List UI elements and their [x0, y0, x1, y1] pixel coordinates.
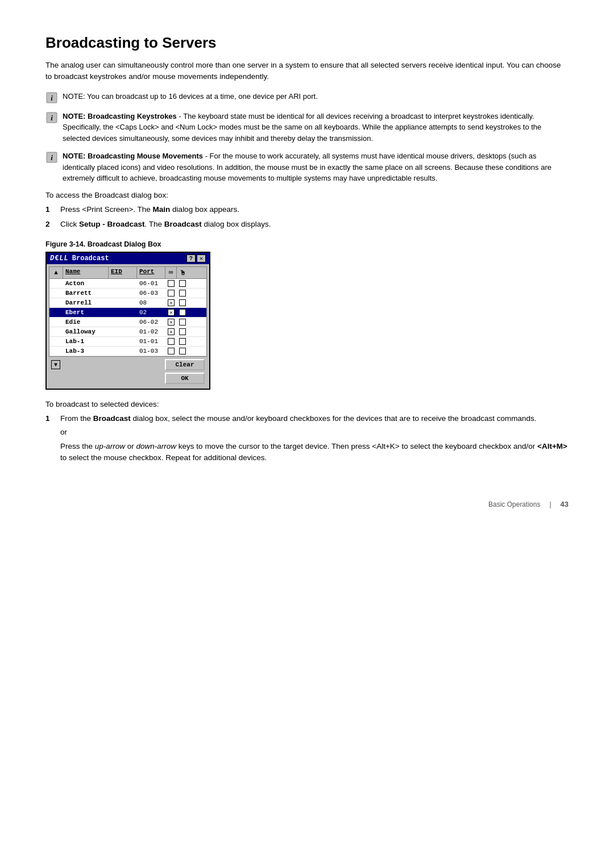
- row-kb-check[interactable]: [165, 318, 177, 327]
- footer-separator: |: [549, 500, 551, 508]
- dialog-bottom-row-clear: ▼ Clear: [51, 359, 205, 370]
- kb-checkbox[interactable]: [168, 338, 175, 345]
- steps-list: 1 Press <Print Screen>. The Main dialog …: [45, 204, 569, 231]
- row-port: 02: [137, 308, 165, 317]
- step-1-text: Press <Print Screen>. The Main dialog bo…: [60, 204, 239, 215]
- row-name: Ebert: [63, 308, 109, 317]
- dialog-help-button[interactable]: ?: [186, 254, 196, 262]
- clear-button[interactable]: Clear: [165, 359, 205, 370]
- table-row[interactable]: Acton 06-01: [49, 279, 206, 289]
- row-kb-check[interactable]: [165, 279, 177, 288]
- row-mouse-check[interactable]: [177, 289, 188, 298]
- row-port: 01-01: [137, 337, 165, 346]
- bottom-steps-list: 1 From the Broadcast dialog box, select …: [45, 413, 569, 466]
- col-port-header: Port: [137, 267, 165, 278]
- row-port: 08: [137, 298, 165, 307]
- table-row[interactable]: Galloway 01-02: [49, 327, 206, 337]
- note-block-1: i NOTE: You can broadcast up to 16 devic…: [45, 91, 569, 104]
- kb-checkbox[interactable]: [168, 328, 175, 335]
- svg-text:i: i: [51, 94, 53, 102]
- page-footer: Basic Operations | 43: [45, 500, 569, 508]
- mouse-checkbox[interactable]: [179, 290, 186, 297]
- kb-checkbox[interactable]: [168, 348, 175, 354]
- row-kb-check[interactable]: [165, 347, 177, 356]
- dialog-table: ▲ Name EID Port ⌨ 🖱 Acton 06-01: [49, 266, 207, 357]
- col-sort-header: ▲: [49, 267, 63, 278]
- row-sort: [49, 347, 63, 356]
- kb-checkbox[interactable]: [168, 319, 175, 326]
- row-mouse-check[interactable]: [177, 347, 188, 356]
- bottom-step-1-content: From the Broadcast dialog box, select th…: [60, 413, 569, 466]
- row-eid: [109, 308, 137, 317]
- row-kb-check[interactable]: [165, 308, 177, 317]
- row-name: Lab-1: [63, 337, 109, 346]
- mouse-checkbox[interactable]: [179, 299, 186, 306]
- dialog-titlebar-buttons: ? ✕: [186, 254, 206, 262]
- figure-caption: Figure 3-14. Broadcast Dialog Box: [45, 240, 569, 248]
- row-name: Lab-3: [63, 347, 109, 356]
- mouse-checkbox[interactable]: [179, 280, 186, 287]
- ok-button[interactable]: OK: [165, 373, 205, 384]
- row-sort: [49, 327, 63, 336]
- row-name: Galloway: [63, 327, 109, 336]
- row-eid: [109, 327, 137, 336]
- note-block-3: i NOTE: Broadcasting Mouse Movements - F…: [45, 151, 569, 184]
- row-sort: [49, 279, 63, 288]
- row-sort: [49, 289, 63, 298]
- scroll-down-arrow[interactable]: ▼: [51, 360, 60, 369]
- kb-checkbox[interactable]: [168, 280, 175, 287]
- table-row[interactable]: Lab-3 01-03: [49, 347, 206, 356]
- table-row[interactable]: Lab-1 01-01: [49, 337, 206, 347]
- kb-checkbox[interactable]: [168, 309, 175, 316]
- bottom-step-1-num: 1: [45, 413, 55, 466]
- note-icon-3: i: [45, 151, 58, 164]
- broadcast-dialog: D€LL Broadcast ? ✕ ▲ Name EID Port ⌨ 🖱: [45, 252, 210, 390]
- intro-paragraph: The analog user can simultaneously contr…: [45, 60, 569, 83]
- dialog-title-text: Broadcast: [72, 254, 109, 262]
- row-kb-check[interactable]: [165, 289, 177, 298]
- bottom-step-1-or: or: [60, 427, 569, 438]
- row-mouse-check[interactable]: [177, 318, 188, 327]
- note-text-3: NOTE: Broadcasting Mouse Movements - For…: [63, 151, 569, 184]
- row-sort: [49, 298, 63, 307]
- note-block-2: i NOTE: Broadcasting Keystrokes - The ke…: [45, 111, 569, 144]
- broadcast-intro: To broadcast to selected devices:: [45, 400, 569, 408]
- row-name: Edie: [63, 318, 109, 327]
- mouse-checkbox[interactable]: [179, 328, 186, 335]
- note-icon-2: i: [45, 111, 58, 124]
- row-mouse-check[interactable]: [177, 279, 188, 288]
- row-kb-check[interactable]: [165, 327, 177, 336]
- row-kb-check[interactable]: [165, 337, 177, 346]
- kb-checkbox[interactable]: [168, 290, 175, 297]
- table-row[interactable]: Barrett 06-03: [49, 289, 206, 298]
- row-port: 06-02: [137, 318, 165, 327]
- row-name: Acton: [63, 279, 109, 288]
- row-mouse-check[interactable]: [177, 327, 188, 336]
- row-eid: [109, 347, 137, 356]
- mouse-checkbox[interactable]: [179, 309, 186, 316]
- row-mouse-check[interactable]: [177, 298, 188, 307]
- table-row[interactable]: Ebert 02: [49, 308, 206, 318]
- mouse-checkbox[interactable]: [179, 319, 186, 326]
- dialog-close-button[interactable]: ✕: [197, 254, 206, 262]
- bottom-section: To broadcast to selected devices: 1 From…: [45, 400, 569, 466]
- access-intro: To access the Broadcast dialog box:: [45, 191, 569, 199]
- row-name: Barrett: [63, 289, 109, 298]
- col-eid-header: EID: [109, 267, 137, 278]
- dialog-content: ▲ Name EID Port ⌨ 🖱 Acton 06-01: [47, 264, 209, 389]
- dialog-bottom: ▼ Clear OK: [49, 357, 207, 386]
- note-text-1: NOTE: You can broadcast up to 16 devices…: [63, 91, 318, 102]
- row-sort: [49, 318, 63, 327]
- row-port: 01-03: [137, 347, 165, 356]
- step-2: 2 Click Setup - Broadcast. The Broadcast…: [45, 219, 569, 230]
- table-row[interactable]: Darrell 08: [49, 298, 206, 308]
- row-kb-check[interactable]: [165, 298, 177, 307]
- row-mouse-check[interactable]: [177, 337, 188, 346]
- step-2-num: 2: [45, 219, 55, 230]
- mouse-checkbox[interactable]: [179, 338, 186, 345]
- kb-checkbox[interactable]: [168, 299, 175, 306]
- mouse-checkbox[interactable]: [179, 348, 186, 354]
- table-row[interactable]: Edie 06-02: [49, 318, 206, 327]
- note-text-2: NOTE: Broadcasting Keystrokes - The keyb…: [63, 111, 569, 144]
- row-mouse-check[interactable]: [177, 308, 188, 317]
